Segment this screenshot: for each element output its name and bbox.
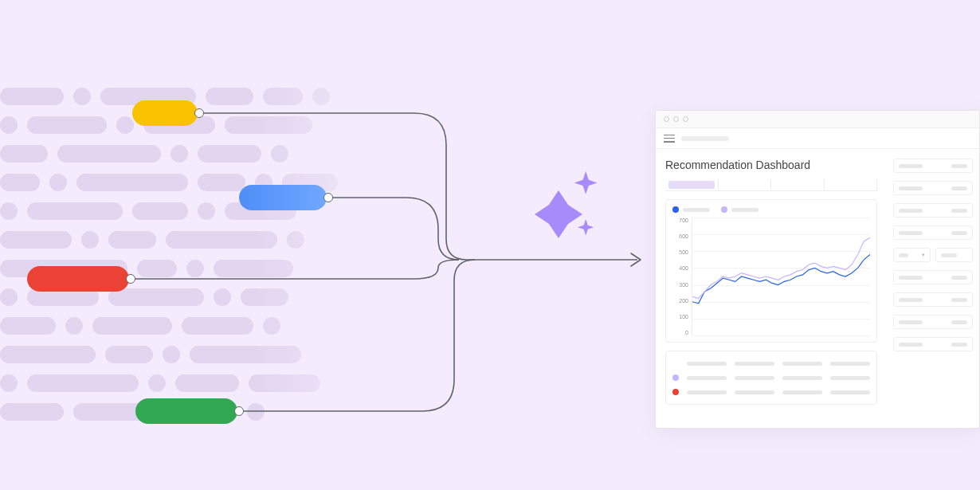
- dashboard-side-panel: ▾: [887, 149, 979, 428]
- legend-item-b: [721, 206, 759, 213]
- table-card: [665, 351, 877, 405]
- node-dot-yellow: [194, 108, 204, 118]
- legend-label-placeholder: [731, 208, 759, 212]
- tab-1[interactable]: [665, 179, 719, 190]
- chart-y-axis: 0100200300400500600700: [672, 218, 692, 335]
- pill-pattern-background: [0, 88, 382, 422]
- node-dot-green: [234, 406, 244, 416]
- tab-4[interactable]: [825, 179, 878, 190]
- legend-label-placeholder: [683, 208, 710, 212]
- chart-plot-area: [692, 218, 870, 335]
- dashboard-title: Recommendation Dashboard: [665, 159, 877, 171]
- chart-plot: 0100200300400500600700: [672, 218, 870, 335]
- window-control-dot[interactable]: [673, 116, 679, 122]
- chevron-down-icon: ▾: [922, 252, 925, 258]
- side-card: [893, 315, 973, 329]
- legend-dot-icon: [672, 206, 679, 213]
- source-pill-yellow: [132, 100, 198, 126]
- side-card: [893, 270, 973, 284]
- sparkle-icon: [530, 171, 617, 259]
- tab-2[interactable]: [719, 179, 772, 190]
- browser-window: Recommendation Dashboard: [655, 110, 980, 429]
- legend-dot-icon: [721, 206, 727, 213]
- source-pill-red: [27, 266, 129, 292]
- side-card: [935, 248, 973, 262]
- row-status-dot-icon: [672, 389, 679, 395]
- row-status-dot-icon: [672, 374, 679, 381]
- node-dot-blue: [323, 193, 333, 202]
- table-row: [672, 370, 870, 385]
- hamburger-menu-icon[interactable]: [664, 135, 675, 143]
- dashboard-tabs: [665, 179, 877, 191]
- dashboard-main-panel: Recommendation Dashboard: [656, 149, 887, 428]
- legend-item-a: [672, 206, 710, 213]
- toolbar-placeholder: [681, 136, 729, 141]
- side-dropdown[interactable]: ▾: [893, 248, 931, 262]
- node-dot-red: [126, 274, 135, 284]
- table-row: [672, 385, 870, 399]
- side-card: [893, 203, 973, 218]
- source-pill-green: [135, 398, 237, 424]
- side-card: [893, 337, 973, 351]
- window-control-dot[interactable]: [683, 116, 688, 122]
- window-control-dot[interactable]: [664, 116, 669, 122]
- browser-toolbar: [656, 128, 979, 149]
- tab-3[interactable]: [771, 179, 825, 190]
- chart-legend: [672, 206, 870, 213]
- side-card: [893, 225, 973, 240]
- browser-titlebar: [656, 111, 979, 128]
- side-card: [893, 181, 973, 195]
- source-pill-blue: [239, 185, 327, 210]
- side-card: [893, 159, 973, 173]
- chart-card: 0100200300400500600700: [665, 199, 877, 343]
- table-header-row: [672, 356, 870, 370]
- side-card: [893, 292, 973, 307]
